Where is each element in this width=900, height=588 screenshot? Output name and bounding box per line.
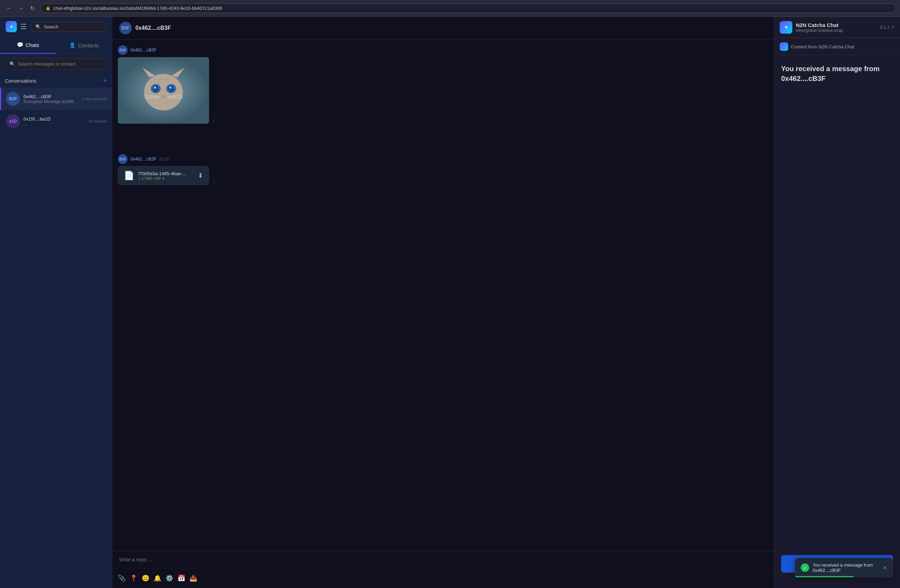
conv-name-b3f: 0x462....cB3F [23, 94, 79, 99]
search-messages-icon: 🔍 [9, 61, 15, 67]
extension-logo: ✦ [780, 21, 792, 34]
conv-info-a1d: 0x15f....ba1D ... [23, 116, 85, 127]
location-tool[interactable]: 📍 [130, 574, 138, 582]
extension-content-logo [780, 42, 788, 51]
msg-avatar-1: B3F [118, 45, 128, 55]
sidebar: ✦ ☰ 🔍 Search 💬 Chats 👤 Contacts 🔍 Search… [0, 17, 112, 588]
search-messages-bar[interactable]: 🔍 Search messages or contact [4, 58, 108, 70]
app-logo: ✦ [6, 21, 17, 32]
chat-title: 0x462....cB3F [135, 25, 171, 31]
download-button[interactable]: ⬇ [198, 172, 203, 179]
chat-header-avatar: B3F [119, 22, 132, 34]
svg-point-12 [169, 87, 172, 89]
conv-info-b3f: 0x462....cB3F Encrypted Message a1bd5...… [23, 94, 79, 104]
toast-close-button[interactable]: ✕ [883, 565, 887, 571]
hamburger-button[interactable]: ☰ [20, 22, 26, 31]
tab-contacts[interactable]: 👤 Contacts [56, 37, 112, 54]
extension-content-header: Content from N2N Catcha Chat [774, 38, 900, 56]
url-text: chat-ethglobal-n2n.socialbureau.io/chats… [53, 6, 222, 11]
lock-icon: 🔒 [46, 6, 51, 11]
emoji-tool[interactable]: 😊 [142, 574, 149, 582]
extension-info: N2N Catcha Chat etherglobal-istanbul-sna… [796, 22, 843, 33]
conversation-item-b3f[interactable]: B3F 0x462....cB3F Encrypted Message a1bd… [0, 88, 112, 110]
tab-chats[interactable]: 💬 Chats [0, 37, 56, 54]
conv-time-a1d: 39 minutes [88, 119, 107, 123]
file-attachment-row: 📄 f7005d3a-1465-46ae-... 1.17MB • MP 4 ⬇… [118, 166, 217, 185]
forward-button[interactable]: → [16, 4, 26, 12]
avatar-b3f: B3F [6, 92, 20, 106]
tabs: 💬 Chats 👤 Contacts [0, 37, 112, 54]
external-link-icon: ↗ [891, 25, 894, 30]
conversations-label: Conversations [5, 78, 36, 84]
msg-avatar-file: B3F [118, 154, 128, 164]
extension-message: You received a message from 0x462....cB3… [781, 64, 893, 84]
file-info: f7005d3a-1465-46ae-... 1.17MB • MP 4 [138, 171, 194, 181]
tab-contacts-label: Contacts [78, 42, 99, 48]
conversations-header: Conversations + [0, 74, 112, 88]
toast-progress-bar [795, 576, 854, 577]
attachment-tool[interactable]: 📎 [118, 574, 126, 582]
msg-sender-1: 0x462....cB3F [130, 48, 157, 53]
tab-chats-label: Chats [26, 42, 39, 48]
toast-notification: ✓ You received a message from 0x462....c… [795, 558, 893, 577]
share-tool[interactable]: 📤 [189, 574, 197, 582]
avatar-a1d: a1D [6, 114, 20, 128]
contacts-icon: 👤 [69, 42, 76, 48]
top-search-bar[interactable]: 🔍 Search [30, 22, 106, 32]
cat-image-message [118, 57, 209, 124]
svg-point-9 [153, 85, 158, 92]
toast-check-icon: ✓ [801, 563, 809, 572]
file-message-options[interactable]: ⋮ [211, 178, 217, 185]
calendar-tool[interactable]: 📅 [177, 574, 185, 582]
browser-navigation: ← → ↻ [4, 4, 37, 12]
file-name: f7005d3a-1465-46ae-... [138, 171, 194, 176]
svg-point-11 [154, 87, 156, 89]
extension-name: N2N Catcha Chat [796, 22, 843, 28]
search-label: Search [44, 24, 58, 29]
msg-time-file: 07:27 [159, 157, 169, 161]
msg-sender-row-file: B3F 0x462....cB3F 07:27 [118, 154, 169, 164]
browser-bar: ← → ↻ 🔒 chat-ethglobal-n2n.socialbureau.… [0, 0, 900, 17]
search-icon: 🔍 [36, 24, 41, 29]
chat-icon: 💬 [17, 42, 23, 48]
extension-version: 0.1.1 ↗ [880, 25, 894, 30]
extension-modal-content: You received a message from 0x462....cB3… [774, 56, 900, 588]
file-meta: 1.17MB • MP 4 [138, 176, 194, 181]
conv-time-b3f: a few seconds [82, 97, 107, 101]
address-bar[interactable]: 🔒 chat-ethglobal-n2n.socialbureau.io/cha… [40, 3, 896, 13]
svg-point-10 [168, 85, 174, 92]
msg-sender-row-1: B3F 0x462....cB3F [118, 45, 157, 55]
refresh-button[interactable]: ↻ [28, 4, 37, 12]
notification-tool[interactable]: 🔔 [154, 574, 161, 582]
msg-image-row: ⋮ [118, 57, 217, 124]
search-messages-placeholder: Search messages or contact [18, 61, 76, 67]
msg-sender-file: 0x462....cB3F [130, 157, 157, 161]
image-message-options[interactable]: ⋮ [211, 117, 217, 124]
extension-popup: ✦ N2N Catcha Chat etherglobal-istanbul-s… [774, 17, 900, 588]
extension-header: ✦ N2N Catcha Chat etherglobal-istanbul-s… [774, 17, 900, 38]
conv-name-a1d: 0x15f....ba1D [23, 116, 85, 122]
sidebar-header: ✦ ☰ 🔍 Search [0, 17, 112, 37]
conversation-item-a1d[interactable]: a1D 0x15f....ba1D ... 39 minutes [0, 110, 112, 133]
toast-text: You received a message from 0x462....cB3… [813, 562, 879, 573]
conv-preview-a1d: ... [23, 122, 85, 127]
settings-tool[interactable]: ⚙️ [166, 574, 173, 582]
back-button[interactable]: ← [4, 4, 14, 12]
add-conversation-button[interactable]: + [103, 77, 107, 85]
app-container: ✦ ☰ 🔍 Search 💬 Chats 👤 Contacts 🔍 Search… [0, 17, 900, 588]
extension-subtitle: etherglobal-istanbul-snap [796, 28, 843, 33]
extension-content-label: Content from N2N Catcha Chat [791, 44, 854, 50]
conv-preview-b3f: Encrypted Message a1bd5..... [23, 99, 79, 104]
file-document-icon: 📄 [124, 171, 134, 181]
file-attachment: 📄 f7005d3a-1465-46ae-... 1.17MB • MP 4 ⬇ [118, 166, 209, 185]
